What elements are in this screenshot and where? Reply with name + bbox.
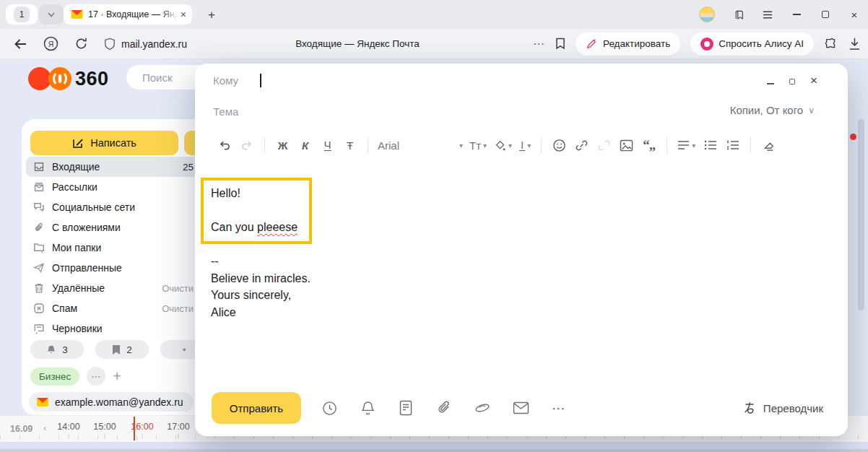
reload-icon[interactable]	[74, 37, 88, 51]
bold-button[interactable]: Ж	[272, 136, 294, 155]
paperclip-icon	[33, 222, 45, 233]
trash-icon	[33, 282, 45, 294]
tab-count: 1	[14, 6, 30, 22]
yandex-home-icon[interactable]: Я	[43, 36, 58, 51]
drafts-icon	[33, 323, 45, 334]
timeline-back-chevron[interactable]: ‹	[43, 422, 46, 433]
underline-button[interactable]: Ч	[316, 136, 339, 155]
undo-icon[interactable]	[213, 136, 235, 155]
link-icon[interactable]	[570, 136, 593, 155]
quote-icon[interactable]: “„	[638, 136, 660, 155]
clear-formatting-eraser-icon[interactable]	[758, 136, 780, 155]
bookmark-icon[interactable]	[555, 38, 565, 50]
tab-counter[interactable]: 1	[6, 4, 64, 25]
compose-button[interactable]: Написать	[30, 131, 178, 155]
clear-folder-link[interactable]: Очисти	[162, 303, 194, 314]
chevron-down-icon: ▾	[459, 142, 463, 149]
social-chat-icon	[33, 201, 45, 213]
emoji-icon[interactable]	[548, 136, 570, 155]
sidebar-item-attachments[interactable]: С вложениями	[26, 217, 207, 238]
url-text: mail.yandex.ru	[121, 38, 187, 50]
schedule-send-clock-icon[interactable]	[320, 399, 339, 417]
strikethrough-button[interactable]: Ŧ	[339, 136, 361, 155]
folder-label: Рассылки	[52, 181, 194, 193]
compose-window: Кому × Тема Копии, От кого ∨ Ж	[195, 64, 848, 436]
compose-more-icon[interactable]: ⋯	[550, 399, 568, 417]
site-security-shield-icon	[104, 38, 116, 51]
ask-alice-button[interactable]: Спросить Алису AI	[690, 32, 814, 56]
tag-business[interactable]: Бизнес	[30, 368, 79, 386]
chevron-down-icon: ▾	[527, 142, 531, 149]
translator-button[interactable]: Переводчик	[742, 401, 823, 415]
tab-counter-box[interactable]: 1	[6, 4, 38, 25]
extensions-puzzle-icon[interactable]	[824, 37, 838, 51]
reminders-pill[interactable]: 3	[30, 340, 84, 359]
page-scrollbar[interactable]	[858, 119, 864, 310]
compose-button-label: Написать	[90, 137, 136, 149]
text-color-dropdown[interactable]: I ▾	[519, 139, 531, 151]
font-size-dropdown[interactable]: Tт ▾	[469, 139, 487, 152]
new-tab-button[interactable]: +	[202, 6, 221, 25]
sidebar-item-drafts[interactable]: Черновики	[26, 318, 207, 339]
yandex-360-logo[interactable]: 360	[27, 66, 109, 91]
recipient-row[interactable]: Кому ×	[195, 64, 848, 97]
yandex-disk-icon[interactable]	[473, 399, 492, 417]
tab-list-chevron[interactable]	[39, 4, 64, 25]
sidebar-item-spam[interactable]: Спам Очисти	[26, 298, 207, 318]
downloads-icon[interactable]	[849, 38, 861, 51]
signature-divider: --	[211, 253, 311, 270]
translate-icon	[742, 401, 757, 415]
insert-image-icon[interactable]	[615, 136, 638, 155]
sidebar-item-social[interactable]: Социальные сети	[26, 197, 207, 217]
window-close-button[interactable]: ×	[849, 9, 859, 21]
unread-indicator-dot	[850, 134, 856, 140]
sidebar-item-newsletters[interactable]: Рассылки	[26, 177, 207, 197]
sidebar-item-inbox[interactable]: Входящие 25	[26, 157, 207, 177]
spam-icon	[33, 303, 45, 314]
sidebar-item-trash[interactable]: Удалённые Очисти	[26, 278, 207, 298]
active-tab[interactable]: 17 · Входящие — Яндек ×	[64, 4, 192, 25]
profile-avatar[interactable]	[699, 6, 715, 22]
template-document-icon[interactable]	[396, 399, 415, 417]
subject-row[interactable]: Тема Копии, От кого ∨	[195, 97, 848, 126]
address-bar[interactable]: mail.yandex.ru	[104, 38, 187, 51]
back-icon[interactable]	[13, 38, 27, 51]
window-maximize-button[interactable]	[820, 11, 830, 18]
edit-page-button[interactable]: Редактировать	[576, 32, 680, 56]
compose-close-button[interactable]: ×	[810, 74, 817, 88]
sidebar-item-sent[interactable]: Отправленные	[26, 258, 207, 278]
tag-more-button[interactable]: ⋯	[87, 367, 105, 386]
align-dropdown[interactable]: ▾	[677, 140, 695, 150]
attach-file-paperclip-icon[interactable]	[435, 399, 453, 417]
window-minimize-button[interactable]	[791, 14, 802, 15]
notify-bell-icon[interactable]	[358, 399, 377, 417]
tab-close-icon[interactable]: ×	[181, 9, 186, 20]
attach-from-mail-envelope-icon[interactable]	[511, 399, 530, 417]
highlight-color-dropdown[interactable]: ▾	[494, 139, 512, 152]
translator-label: Переводчик	[763, 402, 823, 414]
cc-from-toggle[interactable]: Копии, От кого ∨	[730, 104, 815, 116]
italic-button[interactable]: К	[294, 136, 316, 155]
message-body-editor[interactable]: Hello! Can you pleeese -- Believe in mir…	[195, 169, 848, 384]
bottom-scroll-strip[interactable]	[0, 442, 868, 452]
toolbar-more-icon[interactable]: ⋯	[533, 37, 545, 51]
unlink-icon[interactable]	[593, 136, 615, 155]
menu-icon[interactable]	[763, 10, 773, 19]
numbered-list-icon[interactable]	[721, 136, 744, 155]
bookmarks-count: 2	[126, 344, 132, 355]
compose-maximize-button[interactable]	[789, 74, 795, 87]
add-tag-button[interactable]: +	[113, 368, 121, 385]
clear-folder-link[interactable]: Очисти	[162, 283, 194, 294]
account-switcher[interactable]: example.woman@yandex.ru	[29, 392, 194, 412]
send-button[interactable]: Отправить	[212, 392, 301, 424]
bullet-list-icon[interactable]	[699, 136, 721, 155]
sidebar-item-my-folders[interactable]: Мои папки	[26, 238, 207, 258]
compose-minimize-button[interactable]	[767, 74, 774, 87]
timeline-time: 15:00	[93, 422, 116, 432]
bookmarks-pill[interactable]: 2	[95, 340, 149, 359]
side-panels-icon[interactable]	[734, 9, 744, 21]
redo-icon[interactable]	[235, 136, 258, 155]
misspelled-word: pleeese	[257, 221, 298, 233]
timeline-date: 16.09	[10, 424, 32, 434]
font-family-dropdown[interactable]: Arial ▾	[378, 139, 463, 152]
